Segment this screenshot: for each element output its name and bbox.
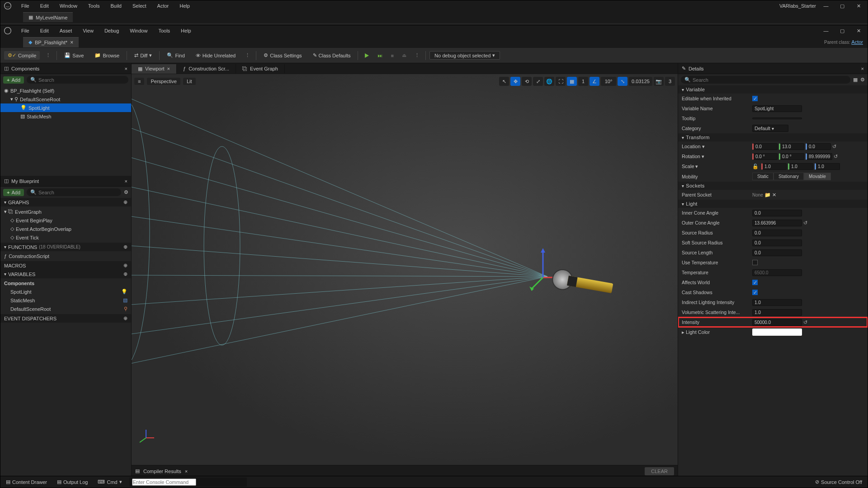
components-search-input[interactable]: [38, 77, 125, 83]
close-icon[interactable]: ×: [167, 66, 170, 71]
source-radius-input[interactable]: 0.0: [752, 230, 802, 236]
tree-spotlight[interactable]: 💡 SpotLight: [0, 103, 131, 112]
minimize-button[interactable]: —: [820, 26, 832, 35]
outer-cone-input[interactable]: 13.663996: [752, 220, 802, 226]
level-tab[interactable]: ▦ MyLevelName: [23, 12, 73, 22]
intensity-input[interactable]: 50000.0: [752, 319, 802, 326]
tree-staticmesh[interactable]: ▧ StaticMesh: [0, 112, 131, 121]
mobility-movable[interactable]: Movable: [804, 173, 831, 180]
cast-shadows-checkbox[interactable]: ✓: [752, 290, 758, 295]
volumetric-input[interactable]: 1.0: [752, 309, 802, 316]
maximize-button[interactable]: ▢: [836, 1, 849, 10]
menu-edit[interactable]: Edit: [36, 2, 53, 9]
menu-window[interactable]: Window: [125, 27, 152, 34]
location-z-input[interactable]: 0.0: [806, 143, 831, 150]
add-component-button[interactable]: + Add: [3, 76, 24, 84]
rotation-x-input[interactable]: 0.0 °: [752, 153, 778, 160]
close-icon[interactable]: ×: [70, 39, 73, 46]
hide-options-button[interactable]: ⋮: [243, 51, 252, 60]
soft-source-input[interactable]: 0.0: [752, 239, 802, 246]
add-bp-button[interactable]: + Add: [3, 189, 24, 196]
menu-file[interactable]: File: [17, 2, 34, 9]
mobility-static[interactable]: Static: [752, 173, 774, 180]
play-button[interactable]: [362, 52, 372, 60]
menu-edit[interactable]: Edit: [36, 27, 53, 34]
close-icon[interactable]: ×: [861, 66, 864, 71]
temp-input[interactable]: 6500.0: [752, 269, 802, 276]
varname-input[interactable]: SpotLight: [752, 105, 802, 112]
use-temp-checkbox[interactable]: [752, 260, 758, 265]
macros-category[interactable]: MACROS⊕: [0, 261, 131, 270]
diff-button[interactable]: ⇄ Diff ▾: [131, 51, 156, 60]
close-icon[interactable]: ×: [185, 469, 188, 474]
eventgraph-tab[interactable]: ⿻ Event Graph: [236, 64, 285, 73]
rotation-z-input[interactable]: 89.999999: [806, 153, 832, 160]
cmd-dropdown[interactable]: ⌨ Cmd ▾: [95, 478, 124, 486]
rotation-y-input[interactable]: 0.0 °: [779, 153, 804, 160]
scale-y-input[interactable]: 1.0: [788, 163, 813, 170]
affects-world-checkbox[interactable]: ✓: [752, 280, 758, 285]
mobility-stationary[interactable]: Stationary: [774, 173, 804, 180]
reset-icon[interactable]: ↺: [832, 144, 839, 150]
reset-icon[interactable]: ↺: [834, 154, 840, 160]
menu-select[interactable]: Select: [128, 2, 151, 9]
menu-window[interactable]: Window: [55, 2, 82, 9]
clear-button[interactable]: CLEAR: [645, 467, 674, 475]
location-y-input[interactable]: 13.0: [779, 143, 804, 150]
compile-button[interactable]: ⚙✓Compile: [4, 51, 40, 60]
location-x-input[interactable]: 0.0: [752, 143, 778, 150]
stop-button[interactable]: ■: [388, 52, 396, 60]
scale-x-input[interactable]: 1.0: [761, 163, 787, 170]
find-button[interactable]: 🔍 Find: [163, 51, 188, 60]
event-node[interactable]: ◇ Event ActorBeginOverlap: [0, 225, 131, 233]
add-icon[interactable]: ⊕: [123, 315, 127, 321]
menu-tools[interactable]: Tools: [84, 2, 104, 9]
construction-tab[interactable]: ƒ Construction Scr...: [177, 64, 236, 73]
class-defaults-button[interactable]: ✎ Class Defaults: [309, 51, 354, 60]
tree-scene-root[interactable]: ▾ ⚲ DefaultSceneRoot: [0, 95, 131, 103]
var-sceneroot[interactable]: DefaultSceneRoot⚲: [0, 305, 131, 313]
lock-icon[interactable]: 🔓: [752, 164, 759, 169]
menu-help[interactable]: Help: [175, 2, 194, 9]
close-icon[interactable]: ×: [125, 66, 127, 71]
menu-debug[interactable]: Debug: [100, 27, 123, 34]
graphs-category[interactable]: ▾ GRAPHS⊕: [0, 198, 131, 206]
menu-view[interactable]: View: [78, 27, 98, 34]
var-spotlight[interactable]: SpotLight💡: [0, 287, 131, 296]
section-sockets[interactable]: ▾ Sockets: [678, 182, 868, 190]
content-drawer-button[interactable]: ▤ Content Drawer: [3, 478, 50, 486]
variables-category[interactable]: ▾ VARIABLES⊕: [0, 270, 131, 278]
section-variable[interactable]: ▾ Variable: [678, 85, 868, 94]
inner-cone-input[interactable]: 0.0: [752, 210, 802, 216]
add-icon[interactable]: ⊕: [123, 199, 127, 205]
scale-z-input[interactable]: 1.0: [815, 163, 840, 170]
menu-help[interactable]: Help: [176, 27, 196, 34]
bp-search-input[interactable]: [38, 190, 118, 195]
light-color-swatch[interactable]: [752, 328, 802, 336]
section-light[interactable]: ▾ Light: [678, 200, 868, 208]
viewport-tab[interactable]: ▦ Viewport ×: [132, 64, 177, 74]
clear-icon[interactable]: ✕: [772, 192, 776, 198]
blueprint-tab[interactable]: ◆ BP_Flashlight* ×: [23, 37, 79, 47]
close-button[interactable]: ✕: [852, 1, 865, 10]
browse-icon[interactable]: 📁: [764, 192, 771, 198]
source-control-button[interactable]: ⊘ Source Control Off: [812, 478, 865, 486]
details-search-input[interactable]: [693, 77, 847, 83]
editable-checkbox[interactable]: ✓: [752, 96, 758, 101]
minimize-button[interactable]: —: [820, 1, 832, 10]
components-panel-tab[interactable]: ◫ Components ×: [0, 63, 131, 74]
source-length-input[interactable]: 0.0: [752, 249, 802, 256]
section-transform[interactable]: ▾ Transform: [678, 133, 868, 141]
construction-script-node[interactable]: ƒ ConstructionScript: [0, 252, 131, 260]
functions-category[interactable]: ▾ FUNCTIONS (18 OVERRIDABLE)⊕: [0, 243, 131, 251]
category-dropdown[interactable]: Default ▾: [752, 125, 788, 132]
indirect-input[interactable]: 1.0: [752, 299, 802, 306]
reset-icon[interactable]: ↺: [803, 220, 810, 226]
close-icon[interactable]: ×: [125, 178, 127, 184]
console-input[interactable]: [132, 479, 196, 486]
var-staticmesh[interactable]: StaticMesh▧: [0, 296, 131, 305]
debug-object-selector[interactable]: No debug object selected ▾: [429, 51, 500, 60]
compile-options-button[interactable]: ⋮: [43, 51, 53, 60]
maximize-button[interactable]: ▢: [836, 26, 849, 35]
gear-icon[interactable]: ⚙: [124, 189, 128, 195]
